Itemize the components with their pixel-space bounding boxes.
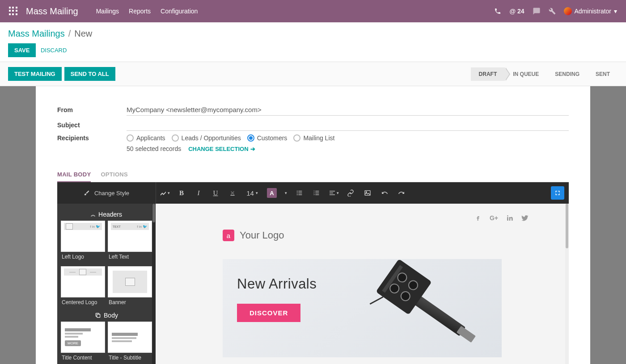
- thumb-left-logo[interactable]: f in 🐦: [61, 221, 105, 252]
- svg-rect-10: [315, 192, 319, 193]
- svg-rect-14: [330, 194, 335, 195]
- svg-rect-11: [315, 194, 319, 195]
- svg-point-0: [297, 191, 298, 192]
- from-label: From: [57, 106, 127, 113]
- facebook-icon[interactable]: [474, 214, 482, 222]
- messages-count[interactable]: @ 24: [509, 8, 524, 15]
- svg-point-19: [507, 215, 508, 217]
- svg-rect-4: [298, 192, 302, 193]
- save-button[interactable]: SAVE: [8, 43, 36, 57]
- radio-applicants[interactable]: Applicants: [127, 134, 165, 142]
- clear-format-button[interactable]: [224, 182, 241, 204]
- undo-button[interactable]: [376, 182, 393, 204]
- radio-leads[interactable]: Leads / Opportunities: [172, 134, 241, 142]
- canvas-hero[interactable]: New Arrivals DISCOVER: [223, 259, 502, 357]
- svg-rect-13: [330, 192, 333, 193]
- subject-field[interactable]: [127, 119, 569, 131]
- radio-mailinglist[interactable]: Mailing List: [293, 134, 334, 142]
- twitter-icon[interactable]: [521, 214, 529, 222]
- thumb-title-content[interactable]: MORE: [61, 322, 105, 353]
- send-all-button[interactable]: SEND TO ALL: [64, 67, 115, 81]
- test-mailing-button[interactable]: TEST MAILING: [8, 67, 62, 81]
- user-menu[interactable]: Administrator ▾: [564, 7, 617, 15]
- discard-button[interactable]: DISCARD: [38, 43, 70, 57]
- breadcrumb: Mass Mailings / New: [8, 29, 618, 39]
- status-sent[interactable]: SENT: [588, 67, 618, 81]
- svg-point-2: [297, 194, 298, 195]
- nav-mailings[interactable]: Mailings: [96, 8, 119, 15]
- label-title-subtitle: Title - Subtitle: [108, 353, 152, 364]
- ol-button[interactable]: 123: [308, 182, 325, 204]
- canvas-logo[interactable]: a Your Logo: [223, 230, 555, 241]
- status-sending[interactable]: SENDING: [547, 67, 588, 81]
- sidebar-scrollbar[interactable]: [152, 204, 156, 364]
- bold-button[interactable]: B: [173, 182, 190, 204]
- underline-button[interactable]: U: [207, 182, 224, 204]
- change-selection-button[interactable]: CHANGE SELECTION ➔: [188, 146, 255, 152]
- recipients-radio-group: Applicants Leads / Opportunities Custome…: [127, 134, 334, 142]
- thumb-title-subtitle[interactable]: [108, 322, 152, 353]
- tabs: MAIL BODY OPTIONS: [57, 167, 569, 182]
- svg-rect-18: [507, 217, 508, 221]
- user-name: Administrator: [575, 8, 611, 15]
- label-left-logo: Left Logo: [61, 252, 105, 264]
- label-left-text: Left Text: [108, 252, 152, 264]
- breadcrumb-parent[interactable]: Mass Mailings: [8, 29, 65, 39]
- discover-button[interactable]: DISCOVER: [237, 304, 300, 322]
- font-color-dropdown[interactable]: ▾: [280, 182, 291, 204]
- phone-icon[interactable]: [494, 8, 501, 15]
- selected-records: 50 selected records: [127, 145, 181, 152]
- avatar: [564, 7, 572, 15]
- editor-toolbar: Change Style ▾ B I U 14▾ A ▾ 123 ▾: [57, 182, 569, 204]
- redo-button[interactable]: [393, 182, 410, 204]
- form-card: From Subject Recipients Applicants Leads…: [36, 86, 590, 364]
- apps-grid-icon[interactable]: [9, 7, 18, 16]
- font-color-button[interactable]: A: [263, 182, 280, 204]
- googleplus-icon[interactable]: G+: [490, 214, 498, 222]
- canvas-scrollbar[interactable]: [565, 204, 569, 364]
- svg-rect-9: [315, 191, 319, 191]
- copy-icon: [95, 312, 101, 318]
- block-sidebar[interactable]: ︽Headers f in 🐦 Left Logo TEXTf in 🐦 Lef…: [57, 204, 156, 364]
- chat-icon[interactable]: [533, 7, 541, 15]
- thumb-left-text[interactable]: TEXTf in 🐦: [108, 221, 152, 252]
- nav: Mailings Reports Configuration: [96, 8, 198, 15]
- status-draft[interactable]: DRAFT: [471, 67, 505, 81]
- thumb-banner[interactable]: [108, 266, 152, 297]
- sidebar-body-heading[interactable]: Body: [59, 309, 154, 322]
- canvas-socials: G+: [169, 214, 555, 222]
- status-queue[interactable]: IN QUEUE: [505, 67, 547, 81]
- svg-point-1: [297, 192, 298, 193]
- align-button[interactable]: ▾: [325, 182, 342, 204]
- tab-mail-body[interactable]: MAIL BODY: [57, 167, 91, 182]
- image-button[interactable]: [359, 182, 376, 204]
- format-button[interactable]: ▾: [156, 182, 173, 204]
- italic-button[interactable]: I: [190, 182, 207, 204]
- nav-reports[interactable]: Reports: [129, 8, 151, 15]
- fullscreen-button[interactable]: [551, 186, 564, 200]
- caret-down-icon: ▾: [614, 8, 617, 15]
- change-style-button[interactable]: Change Style: [57, 190, 156, 197]
- svg-rect-5: [298, 194, 302, 195]
- nav-configuration[interactable]: Configuration: [161, 8, 198, 15]
- tools-icon[interactable]: [549, 8, 556, 15]
- status-chain: DRAFT IN QUEUE SENDING SENT: [471, 67, 618, 81]
- sidebar-headers-heading[interactable]: ︽Headers: [59, 208, 154, 221]
- ul-button[interactable]: [291, 182, 308, 204]
- svg-rect-17: [97, 314, 100, 318]
- from-field[interactable]: [127, 104, 569, 116]
- link-button[interactable]: [342, 182, 359, 204]
- topbar: Mass Mailing Mailings Reports Configurat…: [0, 0, 626, 22]
- thumb-centered-logo[interactable]: [61, 266, 105, 297]
- label-centered-logo: Centered Logo: [61, 297, 105, 309]
- svg-point-16: [366, 192, 367, 192]
- radio-customers[interactable]: Customers: [247, 134, 288, 142]
- font-size-button[interactable]: 14▾: [241, 182, 263, 204]
- chevron-up-icon: ︽: [91, 211, 96, 218]
- recipients-label: Recipients: [57, 134, 127, 142]
- tab-options[interactable]: OPTIONS: [101, 167, 128, 182]
- svg-rect-12: [330, 191, 335, 191]
- linkedin-icon[interactable]: [506, 214, 513, 222]
- editor-canvas[interactable]: G+ a Your Logo New Arrivals DISCOVER: [156, 204, 569, 364]
- svg-rect-3: [298, 191, 302, 191]
